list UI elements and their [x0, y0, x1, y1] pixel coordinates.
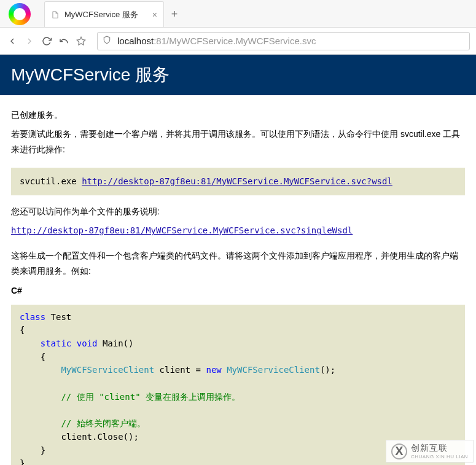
close-icon[interactable]: ×	[152, 10, 157, 20]
forward-button[interactable]	[23, 35, 36, 47]
address-host: localhost	[117, 36, 154, 46]
star-button[interactable]	[75, 35, 87, 47]
svg-marker-0	[77, 37, 85, 45]
toolbar: localhost:81/MyWCFService.MyWCFService.s…	[0, 28, 476, 55]
address-bar[interactable]: localhost:81/MyWCFService.MyWCFService.s…	[97, 32, 470, 50]
tab-active[interactable]: MyWCFService 服务 ×	[44, 1, 164, 27]
svcutil-box: svcutil.exe http://desktop-87gf8eu:81/My…	[11, 168, 465, 195]
test-intro: 若要测试此服务，需要创建一个客户端，并将其用于调用该服务。可以使用下列语法，从命…	[11, 127, 465, 157]
wsdl-link[interactable]: http://desktop-87gf8eu:81/MyWCFService.M…	[82, 176, 392, 186]
page-title: MyWCFService 服务	[11, 63, 465, 87]
watermark-py: CHUANG XIN HU LIAN	[411, 454, 468, 459]
tab-title: MyWCFService 服务	[64, 9, 138, 20]
page-icon	[51, 10, 60, 19]
new-tab-button[interactable]: +	[165, 1, 184, 27]
shield-icon	[103, 36, 111, 46]
browser-logo-icon	[9, 3, 31, 25]
tab-strip: MyWCFService 服务 × +	[0, 0, 476, 27]
single-wsdl-link[interactable]: http://desktop-87gf8eu:81/MyWCFService.M…	[11, 225, 353, 235]
csharp-label: C#	[11, 283, 465, 299]
reload-button[interactable]	[41, 35, 53, 47]
watermark-logo-icon: X	[391, 444, 407, 459]
page-content: MyWCFService 服务 已创建服务。 若要测试此服务，需要创建一个客户端…	[0, 55, 476, 465]
created-msg: 已创建服务。	[11, 107, 465, 123]
watermark-cn: 创新互联	[411, 443, 468, 454]
single-wsdl-intro: 您还可以访问作为单个文件的服务说明:	[11, 204, 465, 219]
address-path: :81/MyWCFService.MyWCFService.svc	[154, 36, 316, 46]
banner: MyWCFService 服务	[0, 55, 476, 95]
back-button[interactable]	[6, 35, 18, 47]
watermark: X 创新互联 CHUANG XIN HU LIAN	[386, 440, 474, 463]
gen-files-msg: 这将生成一个配置文件和一个包含客户端类的代码文件。请将这两个文件添加到客户端应用…	[11, 248, 465, 279]
undo-button[interactable]	[58, 35, 70, 47]
